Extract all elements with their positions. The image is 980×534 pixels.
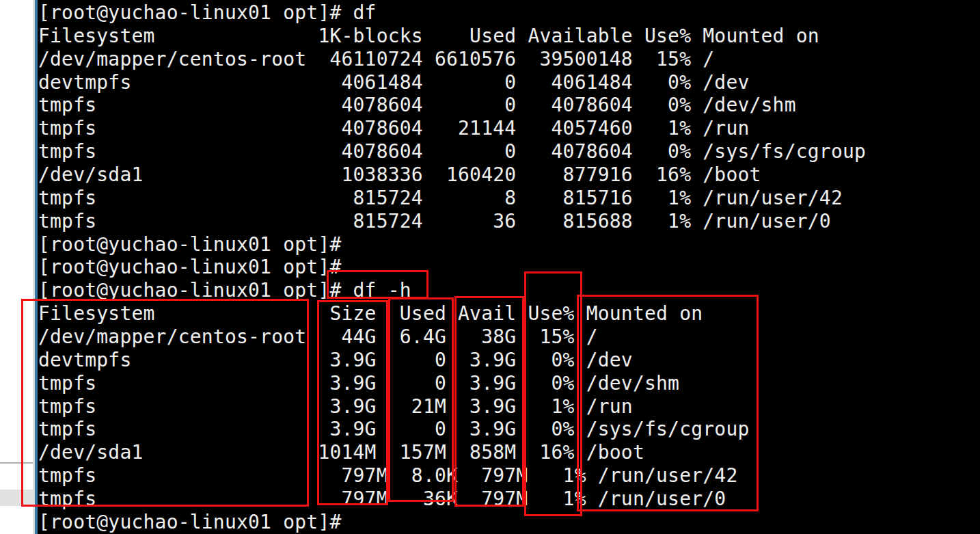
terminal-line: tmpfs 4078604 21144 4057460 1% /run	[38, 117, 980, 140]
terminal-line: /dev/mapper/centos-root 44G 6.4G 38G 15%…	[38, 325, 980, 349]
terminal-line: [root@yuchao-linux01 opt]#	[38, 233, 980, 256]
terminal-line: devtmpfs 3.9G 0 3.9G 0% /dev	[38, 349, 980, 372]
terminal-line: /dev/mapper/centos-root 46110724 6610576…	[38, 48, 980, 71]
terminal-line: [root@yuchao-linux01 opt]#	[38, 256, 980, 279]
terminal-line: tmpfs 797M 36K 797M 1% /run/user/0	[38, 488, 980, 511]
terminal-line: Filesystem 1K-blocks Used Available Use%…	[38, 25, 980, 48]
terminal-line: /dev/sda1 1014M 157M 858M 16% /boot	[38, 441, 980, 464]
terminal-output: [root@yuchao-linux01 opt]# dfFilesystem …	[0, 0, 980, 534]
terminal-line: tmpfs 4078604 0 4078604 0% /dev/shm	[38, 94, 980, 117]
terminal-line: tmpfs 797M 8.0K 797M 1% /run/user/42	[38, 464, 980, 488]
terminal-line: /dev/sda1 1038336 160420 877916 16% /boo…	[38, 163, 980, 187]
terminal-line: tmpfs 3.9G 0 3.9G 0% /dev/shm	[38, 372, 980, 395]
terminal-line: devtmpfs 4061484 0 4061484 0% /dev	[38, 71, 980, 94]
terminal-line: [root@yuchao-linux01 opt]#	[38, 511, 980, 534]
terminal-line: tmpfs 815724 36 815688 1% /run/user/0	[38, 210, 980, 233]
terminal-line: tmpfs 3.9G 21M 3.9G 1% /run	[38, 395, 980, 418]
terminal-line: [root@yuchao-linux01 opt]# df -h	[38, 279, 980, 302]
terminal-line: [root@yuchao-linux01 opt]# df	[38, 1, 980, 25]
terminal-line: tmpfs 3.9G 0 3.9G 0% /sys/fs/cgroup	[38, 418, 980, 441]
terminal-line: Filesystem Size Used Avail Use% Mounted …	[38, 302, 980, 325]
terminal-line: tmpfs 4078604 0 4078604 0% /sys/fs/cgrou…	[38, 140, 980, 163]
terminal-lines: [root@yuchao-linux01 opt]# dfFilesystem …	[38, 1, 980, 534]
terminal-line: tmpfs 815724 8 815716 1% /run/user/42	[38, 187, 980, 210]
